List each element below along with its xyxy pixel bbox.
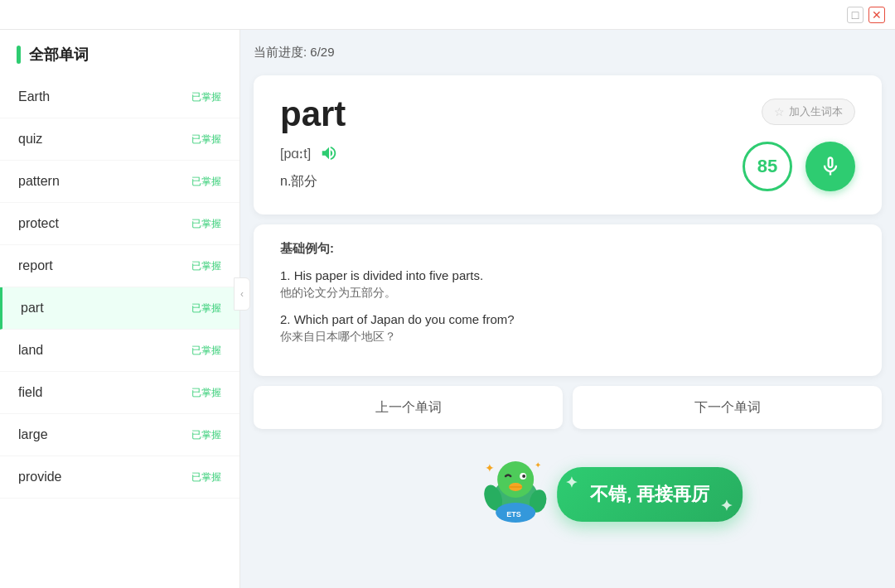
examples-title: 基础例句:: [280, 241, 855, 257]
example-1-cn: 他的论文分为五部分。: [280, 286, 855, 301]
toast-overlay: ETS ✦ ✦ ✦ ✦ 不错, 再接再厉: [524, 467, 743, 522]
sidebar-word-large: large: [18, 427, 48, 442]
word-card-right: ☆ 加入生词本 85: [743, 95, 855, 191]
sidebar-list: Earth 已掌握 quiz 已掌握 pattern 已掌握 protect 已…: [0, 76, 239, 588]
word-card: part [pɑːt] n.部分 ☆ 加入生词本: [254, 75, 882, 214]
sidebar-word-land: land: [18, 343, 43, 358]
sidebar-header: 全部单词: [0, 30, 239, 76]
sidebar-collapse-button[interactable]: ‹: [234, 277, 250, 311]
minimize-button[interactable]: □: [847, 7, 864, 23]
word-phonetic: [pɑːt]: [280, 142, 346, 165]
sidebar-word-field: field: [18, 385, 42, 400]
sidebar-item-earth[interactable]: Earth 已掌握: [0, 76, 239, 118]
star-icon: ☆: [774, 105, 785, 118]
prev-word-button[interactable]: 上一个单词: [254, 386, 563, 429]
sidebar-indicator: [17, 46, 21, 64]
sidebar-item-quiz[interactable]: quiz 已掌握: [0, 118, 239, 161]
example-item-1: 1. His paper is divided into five parts.…: [280, 268, 855, 301]
phonetic-text: [pɑːt]: [280, 146, 311, 161]
word-definition: n.部分: [280, 173, 346, 190]
svg-text:✦: ✦: [485, 461, 495, 475]
sidebar-word-pattern: pattern: [18, 174, 60, 189]
add-to-vocabulary-button[interactable]: ☆ 加入生词本: [762, 99, 855, 125]
add-button-label: 加入生词本: [789, 104, 843, 119]
sidebar-item-land[interactable]: land 已掌握: [0, 330, 239, 372]
microphone-button[interactable]: [806, 142, 855, 191]
sidebar-item-provide[interactable]: provide 已掌握: [0, 456, 239, 499]
sidebar-word-part: part: [21, 301, 44, 316]
sidebar-word-protect: protect: [18, 216, 59, 231]
sound-button[interactable]: [317, 142, 341, 165]
sidebar-badge-report: 已掌握: [191, 259, 221, 273]
sidebar-word-report: report: [18, 258, 53, 273]
sidebar-badge-quiz: 已掌握: [191, 133, 221, 147]
navigation-buttons: 上一个单词 下一个单词: [254, 386, 882, 429]
close-button[interactable]: ✕: [868, 7, 885, 23]
sidebar-badge-part: 已掌握: [191, 301, 221, 316]
progress-header: 当前进度: 6/29: [254, 43, 882, 65]
svg-point-3: [522, 475, 525, 478]
sidebar-item-protect[interactable]: protect 已掌握: [0, 203, 239, 245]
svg-point-1: [497, 461, 534, 498]
sidebar-item-report[interactable]: report 已掌握: [0, 245, 239, 287]
examples-section: 基础例句: 1. His paper is divided into five …: [254, 224, 882, 376]
sidebar-word-provide: provide: [18, 470, 61, 484]
sidebar-badge-land: 已掌握: [191, 344, 221, 358]
sidebar-item-large[interactable]: large 已掌握: [0, 414, 239, 456]
example-2-cn: 你来自日本哪个地区？: [280, 330, 855, 345]
sidebar-item-field[interactable]: field 已掌握: [0, 372, 239, 414]
content-area: 当前进度: 6/29 part [pɑːt] n.部分: [240, 30, 895, 588]
sidebar-word-quiz: quiz: [18, 132, 42, 147]
sidebar-title: 全部单词: [29, 45, 89, 65]
sidebar-badge-field: 已掌握: [191, 386, 221, 400]
svg-text:✦: ✦: [535, 460, 541, 470]
example-item-2: 2. Which part of Japan do you come from?…: [280, 312, 855, 345]
score-display: 85: [743, 142, 792, 191]
word-title: part: [280, 95, 346, 133]
svg-text:ETS: ETS: [506, 510, 521, 518]
sidebar-item-part[interactable]: part 已掌握: [0, 287, 239, 330]
example-1-en: 1. His paper is divided into five parts.: [280, 268, 855, 282]
sidebar-item-pattern[interactable]: pattern 已掌握: [0, 161, 239, 203]
sidebar: 全部单词 Earth 已掌握 quiz 已掌握 pattern 已掌握 prot…: [0, 30, 240, 588]
sidebar-badge-pattern: 已掌握: [191, 175, 221, 189]
sidebar-badge-large: 已掌握: [191, 428, 221, 442]
word-controls: 85: [743, 142, 855, 191]
example-2-en: 2. Which part of Japan do you come from?: [280, 312, 855, 326]
sidebar-badge-protect: 已掌握: [191, 217, 221, 231]
sidebar-badge-earth: 已掌握: [191, 90, 221, 104]
toast-text: 不错, 再接再厉: [590, 484, 709, 504]
word-info: part [pɑːt] n.部分: [280, 95, 346, 190]
toast-message: ✦ ✦ 不错, 再接再厉: [557, 467, 743, 522]
word-card-top: part [pɑːt] n.部分 ☆ 加入生词本: [280, 95, 855, 191]
sidebar-word-earth: Earth: [18, 89, 50, 104]
main-layout: 全部单词 Earth 已掌握 quiz 已掌握 pattern 已掌握 prot…: [0, 30, 895, 588]
sidebar-badge-provide: 已掌握: [191, 470, 221, 484]
mascot-icon: ETS ✦ ✦: [478, 451, 553, 526]
titlebar: □ ✕: [0, 0, 895, 30]
next-word-button[interactable]: 下一个单词: [573, 386, 882, 429]
